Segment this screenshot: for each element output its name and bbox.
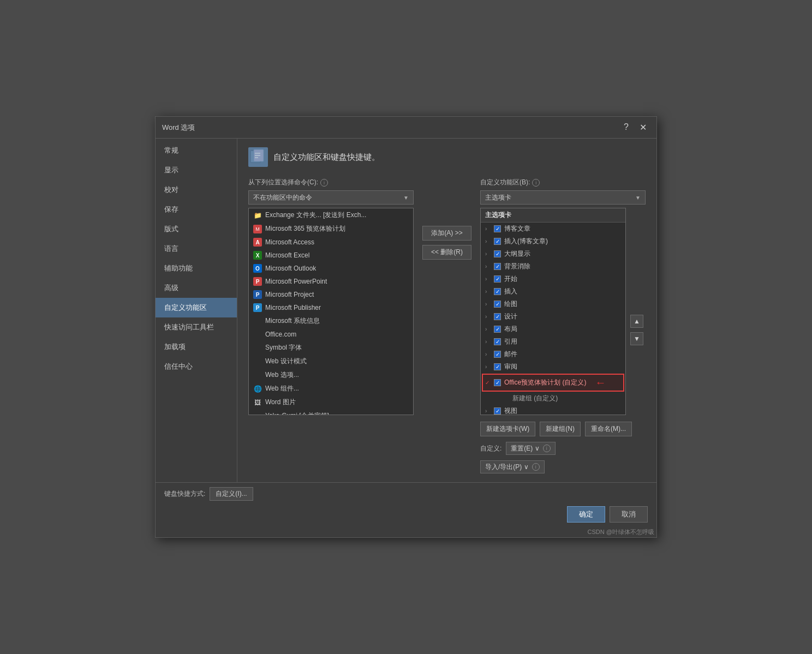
expand-arrow: › bbox=[485, 226, 491, 232]
checkbox[interactable]: ✓ bbox=[494, 326, 501, 333]
close-button[interactable]: ✕ bbox=[636, 121, 650, 134]
ribbon-item[interactable]: › ✓ 插入 bbox=[481, 285, 625, 298]
list-item[interactable]: X Microsoft Excel bbox=[249, 249, 413, 262]
list-item[interactable]: 🌐 Web 组件... bbox=[249, 382, 413, 395]
reset-dropdown[interactable]: 重置(E) ∨ i bbox=[506, 442, 555, 455]
ribbon-item[interactable]: › ✓ 审阅 bbox=[481, 361, 625, 373]
left-dropdown[interactable]: 不在功能区中的命令 ▼ bbox=[248, 190, 414, 205]
left-info-icon[interactable]: i bbox=[320, 179, 328, 187]
ribbon-item[interactable]: › ✓ 插入(博客文章) bbox=[481, 235, 625, 248]
checkbox[interactable]: ✓ bbox=[494, 225, 501, 232]
checkbox[interactable]: ✓ bbox=[494, 351, 501, 358]
checkbox[interactable]: ✓ bbox=[494, 288, 501, 295]
ribbon-item[interactable]: › ✓ 设计 bbox=[481, 310, 625, 323]
ribbon-item[interactable]: › ✓ 大纲显示 bbox=[481, 248, 625, 260]
sidebar-item-language[interactable]: 语言 bbox=[156, 239, 237, 259]
customize-row: 自定义: 重置(E) ∨ i bbox=[480, 442, 646, 455]
ok-button[interactable]: 确定 bbox=[567, 506, 605, 523]
list-item[interactable]: 99 Yoko-Gumi [合并字符] bbox=[249, 409, 413, 415]
left-column: 从下列位置选择命令(C): i 不在功能区中的命令 ▼ 📁 Exchange 文… bbox=[248, 178, 414, 415]
list-item[interactable]: P Microsoft Project bbox=[249, 288, 413, 301]
ribbon-item[interactable]: › ✓ 背景消除 bbox=[481, 260, 625, 273]
list-item[interactable]: 🖼 Word 图片 bbox=[249, 395, 413, 409]
sidebar-item-addins[interactable]: 加载项 bbox=[156, 337, 237, 357]
expand-arrow: › bbox=[485, 326, 491, 332]
ribbon-item[interactable]: › ✓ 视图 bbox=[481, 405, 625, 415]
keyboard-customize-button[interactable]: 自定义(I)... bbox=[210, 487, 253, 501]
rename-button[interactable]: 重命名(M)... bbox=[585, 422, 632, 436]
move-up-button[interactable]: ▲ bbox=[630, 315, 643, 328]
list-item[interactable]: Microsoft 系统信息 bbox=[249, 314, 413, 328]
checkbox[interactable]: ✓ bbox=[494, 275, 501, 283]
import-export-dropdown[interactable]: 导入/导出(P) ∨ i bbox=[480, 460, 545, 473]
reset-info-icon[interactable]: i bbox=[543, 445, 551, 452]
item-icon: 99 bbox=[253, 412, 262, 416]
list-item[interactable]: Symbol 字体 bbox=[249, 341, 413, 355]
checkbox[interactable]: ✓ bbox=[494, 263, 501, 270]
list-item[interactable]: 📁 Exchange 文件夹... [发送到 Exch... bbox=[249, 208, 413, 222]
expand-arrow: › bbox=[485, 289, 491, 295]
list-item[interactable]: A Microsoft Access bbox=[249, 236, 413, 249]
list-item[interactable]: Office.com bbox=[249, 328, 413, 341]
import-info-icon[interactable]: i bbox=[532, 463, 540, 471]
item-icon: M bbox=[253, 225, 262, 233]
checkbox[interactable]: ✓ bbox=[494, 313, 501, 320]
checkbox[interactable]: ✓ bbox=[494, 301, 501, 308]
item-icon: P bbox=[253, 277, 262, 286]
checkbox[interactable]: ✓ bbox=[494, 407, 501, 415]
list-item[interactable]: P Microsoft Publisher bbox=[249, 301, 413, 314]
expand-arrow: › bbox=[485, 351, 491, 357]
new-tab-button[interactable]: 新建选项卡(W) bbox=[480, 422, 535, 436]
checkbox[interactable]: ✓ bbox=[494, 238, 501, 245]
list-item[interactable]: O Microsoft Outlook bbox=[249, 262, 413, 275]
sidebar-item-advanced[interactable]: 高级 bbox=[156, 278, 237, 298]
right-list[interactable]: 主选项卡 › ✓ 博客文章 › ✓ 插入(博客文章) bbox=[480, 208, 626, 415]
left-list[interactable]: 📁 Exchange 文件夹... [发送到 Exch... M Microso… bbox=[248, 208, 414, 415]
ribbon-item[interactable]: › ✓ 开始 bbox=[481, 273, 625, 285]
ribbon-sub-item[interactable]: 新建组 (自定义) bbox=[481, 392, 625, 405]
sidebar-item-proofing[interactable]: 校对 bbox=[156, 180, 237, 200]
checkmark-indicator: ✓ bbox=[485, 380, 491, 386]
sidebar-item-display[interactable]: 显示 bbox=[156, 160, 237, 180]
ribbon-item[interactable]: › ✓ 博客文章 bbox=[481, 223, 625, 235]
checkbox[interactable]: ✓ bbox=[494, 338, 501, 345]
item-icon: 🖼 bbox=[253, 398, 262, 407]
add-button[interactable]: 添加(A) >> bbox=[422, 226, 471, 241]
ribbon-item[interactable]: › ✓ 邮件 bbox=[481, 348, 625, 361]
list-item[interactable]: Web 设计模式 bbox=[249, 355, 413, 368]
move-down-button[interactable]: ▼ bbox=[630, 332, 643, 345]
new-group-button[interactable]: 新建组(N) bbox=[540, 422, 581, 436]
sidebar-item-save[interactable]: 保存 bbox=[156, 200, 237, 219]
title-bar: Word 选项 ? ✕ bbox=[156, 117, 656, 139]
expand-arrow: › bbox=[485, 301, 491, 307]
ribbon-item-highlighted[interactable]: ✓ ✓ Office预览体验计划 (自定义) ← bbox=[482, 374, 624, 392]
expand-arrow: › bbox=[485, 314, 491, 320]
expand-arrow: › bbox=[485, 408, 491, 414]
sidebar-item-trustcenter[interactable]: 信任中心 bbox=[156, 357, 237, 376]
sidebar-item-customize[interactable]: 自定义功能区 bbox=[156, 298, 237, 317]
item-icon bbox=[253, 371, 262, 380]
cancel-button[interactable]: 取消 bbox=[610, 506, 648, 523]
ribbon-item[interactable]: › ✓ 绘图 bbox=[481, 298, 625, 310]
keyboard-row: 键盘快捷方式: 自定义(I)... bbox=[164, 487, 648, 501]
list-item[interactable]: Web 选项... bbox=[249, 368, 413, 382]
list-item[interactable]: M Microsoft 365 预览体验计划 bbox=[249, 222, 413, 236]
list-item[interactable]: P Microsoft PowerPoint bbox=[249, 275, 413, 288]
ribbon-item[interactable]: › ✓ 布局 bbox=[481, 323, 625, 335]
checkbox[interactable]: ✓ bbox=[494, 250, 501, 257]
item-icon: 🌐 bbox=[253, 385, 262, 393]
remove-button[interactable]: << 删除(R) bbox=[422, 245, 471, 260]
ribbon-item[interactable]: › ✓ 引用 bbox=[481, 335, 625, 348]
right-info-icon[interactable]: i bbox=[532, 179, 540, 187]
help-button[interactable]: ? bbox=[620, 121, 632, 134]
expand-arrow: › bbox=[485, 238, 491, 244]
sidebar-item-general[interactable]: 常规 bbox=[156, 141, 237, 160]
sidebar-item-accessibility[interactable]: 辅助功能 bbox=[156, 259, 237, 278]
right-col-label: 自定义功能区(B): i bbox=[480, 178, 646, 187]
checkbox[interactable]: ✓ bbox=[494, 363, 501, 370]
sidebar-item-layout[interactable]: 版式 bbox=[156, 219, 237, 239]
checkbox[interactable]: ✓ bbox=[494, 379, 501, 386]
right-dropdown[interactable]: 主选项卡 ▼ bbox=[480, 190, 646, 205]
sidebar-item-quickaccess[interactable]: 快速访问工具栏 bbox=[156, 317, 237, 337]
expand-arrow: › bbox=[485, 263, 491, 269]
